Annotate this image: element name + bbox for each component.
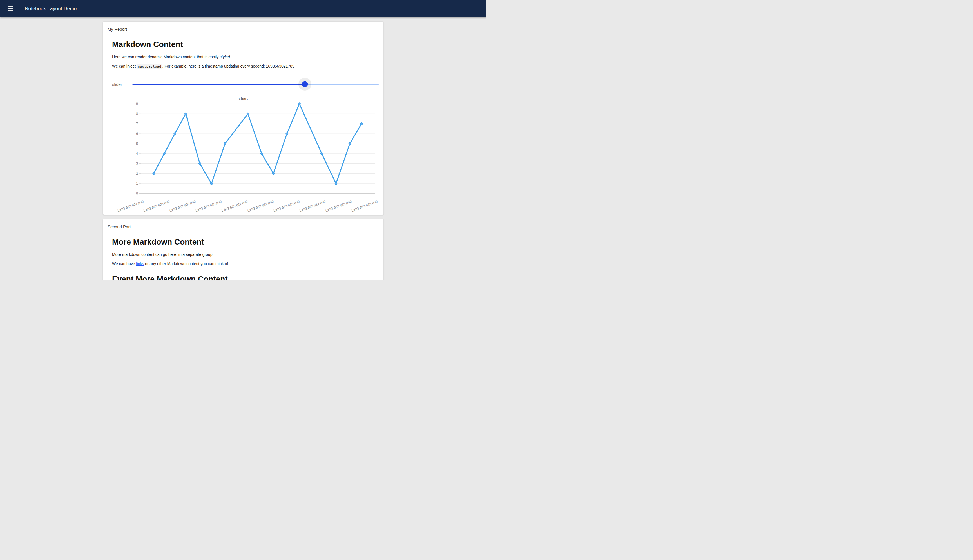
svg-text:1,693,563,008,000: 1,693,563,008,000	[142, 200, 170, 213]
svg-text:1,693,563,013,000: 1,693,563,013,000	[272, 200, 300, 213]
page-title: Notebook Layout Demo	[25, 6, 77, 12]
svg-text:1,693,563,012,000: 1,693,563,012,000	[246, 200, 274, 213]
group-title-my-report: My Report	[108, 26, 379, 32]
hamburger-menu-icon	[8, 7, 13, 11]
svg-text:6: 6	[136, 132, 138, 136]
svg-text:1,693,563,007,000: 1,693,563,007,000	[116, 200, 144, 213]
svg-text:1,693,563,014,000: 1,693,563,014,000	[298, 200, 326, 213]
markdown-paragraph-2: We can inject msg.payload. For example, …	[112, 63, 374, 69]
svg-text:1,693,563,009,000: 1,693,563,009,000	[169, 200, 196, 213]
menu-button[interactable]	[7, 5, 13, 13]
line-chart: 01234567891,693,563,007,0001,693,563,008…	[108, 102, 379, 213]
svg-text:8: 8	[136, 112, 138, 116]
svg-text:9: 9	[136, 102, 138, 106]
styled-em: styled	[220, 55, 230, 59]
markdown-heading: Markdown Content	[112, 40, 374, 49]
slider-label: slider	[112, 82, 132, 87]
group-title-second-part: Second Part	[108, 224, 379, 230]
svg-text:1,693,563,016,000: 1,693,563,016,000	[350, 200, 378, 213]
svg-text:0: 0	[136, 192, 138, 196]
svg-text:1,693,563,015,000: 1,693,563,015,000	[324, 200, 352, 213]
report-card: My Report Markdown Content Here we can r…	[103, 22, 384, 215]
svg-text:7: 7	[136, 122, 138, 126]
timestamp-value: 1693563021789	[266, 64, 294, 68]
app-header: Notebook Layout Demo	[0, 0, 486, 17]
svg-text:1,693,563,010,000: 1,693,563,010,000	[194, 200, 222, 213]
chart-widget: chart 01234567891,693,563,007,0001,693,5…	[108, 96, 379, 213]
markdown-paragraph-4: We can have links or any other Markdown …	[112, 261, 374, 267]
slider-widget: slider	[112, 78, 379, 90]
svg-text:4: 4	[136, 152, 138, 156]
markdown-widget-2: More Markdown Content More markdown cont…	[108, 237, 379, 280]
even-more-markdown-heading: Event More Markdown Content	[112, 274, 374, 280]
svg-text:1: 1	[136, 182, 138, 185]
second-part-card: Second Part More Markdown Content More m…	[103, 219, 384, 280]
slider-control[interactable]	[132, 78, 379, 90]
msg-payload-code: msg.payload	[137, 64, 162, 69]
more-markdown-heading: More Markdown Content	[112, 237, 374, 247]
dashboard-main: My Report Markdown Content Here we can r…	[0, 22, 486, 280]
svg-text:5: 5	[136, 142, 138, 146]
svg-text:2: 2	[136, 172, 138, 176]
slider-track-filled[interactable]	[132, 83, 305, 85]
markdown-paragraph-1: Here we can render dynamic Markdown cont…	[112, 54, 374, 60]
links-link[interactable]: links	[136, 262, 144, 266]
markdown-paragraph-3: More markdown content can go here, in a …	[112, 252, 374, 257]
chart-title: chart	[108, 96, 379, 101]
markdown-widget: Markdown Content Here we can render dyna…	[108, 40, 379, 69]
slider-thumb[interactable]	[302, 81, 308, 87]
svg-text:3: 3	[136, 162, 138, 165]
svg-text:1,693,563,011,000: 1,693,563,011,000	[220, 200, 248, 213]
